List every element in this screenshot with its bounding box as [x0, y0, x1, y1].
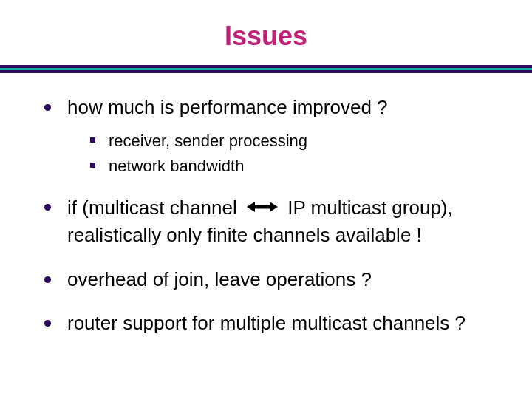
square-bullet-icon: [90, 137, 95, 143]
circle-bullet-icon: [44, 276, 51, 283]
bullet-text: router support for multiple multicast ch…: [67, 311, 466, 336]
circle-bullet-icon: [44, 204, 51, 211]
bullet-item: overhead of join, leave operations ?: [44, 267, 495, 293]
bullet-text: how much is performance improved ?: [67, 95, 388, 120]
svg-marker-1: [247, 202, 255, 212]
circle-bullet-icon: [44, 320, 51, 327]
sub-bullet-text: receiver, sender processing: [109, 131, 307, 152]
slide: Issues how much is performance improved …: [0, 0, 532, 399]
square-bullet-icon: [90, 163, 95, 168]
sub-bullet-item: receiver, sender processing: [90, 131, 495, 152]
bullet-item: router support for multiple multicast ch…: [44, 311, 495, 336]
bullet-text: if (multicast channel IP multicast group…: [67, 195, 495, 248]
title-rule: [0, 65, 532, 73]
bullet-item: if (multicast channel IP multicast group…: [44, 195, 495, 248]
bullet-text-pre: if (multicast channel: [67, 197, 237, 219]
double-arrow-icon: [247, 195, 278, 220]
bullet-item: how much is performance improved ?: [44, 95, 495, 120]
svg-marker-2: [270, 202, 278, 212]
sub-bullet-group: receiver, sender processing network band…: [44, 126, 495, 195]
sub-bullet-item: network bandwidth: [90, 156, 495, 177]
slide-body: how much is performance improved ? recei…: [0, 73, 532, 336]
sub-bullet-text: network bandwidth: [109, 156, 244, 177]
bullet-text: overhead of join, leave operations ?: [67, 267, 372, 293]
slide-title: Issues: [0, 0, 532, 65]
circle-bullet-icon: [44, 104, 51, 111]
